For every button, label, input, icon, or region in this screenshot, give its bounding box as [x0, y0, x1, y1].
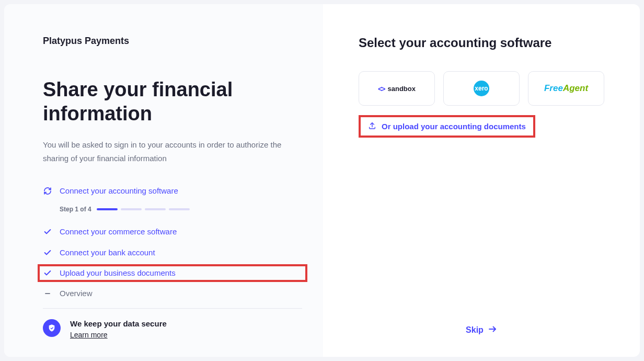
xero-logo: xero [474, 81, 489, 96]
step-connect-accounting[interactable]: Connect your accounting software [43, 180, 302, 201]
minus-icon [43, 289, 52, 298]
sandbox-label: sandbox [388, 85, 416, 93]
freeagent-agent: Agent [563, 83, 588, 93]
steps-list: Connect your accounting software Step 1 … [43, 180, 302, 304]
step-progress: Step 1 of 4 [43, 201, 302, 221]
upload-icon [368, 121, 376, 131]
progress-bar-4 [169, 208, 190, 210]
step-connect-bank[interactable]: Connect your bank account [43, 242, 302, 263]
learn-more-link[interactable]: Learn more [70, 331, 108, 339]
progress-bar-3 [145, 208, 166, 210]
left-panel: Platypus Payments Share your financial i… [4, 4, 323, 357]
step-overview[interactable]: Overview [43, 283, 302, 304]
step-connect-commerce[interactable]: Connect your commerce software [43, 221, 302, 242]
software-card-xero[interactable]: xero [443, 71, 520, 106]
spacer [359, 138, 604, 324]
progress-bar-1 [97, 208, 118, 210]
step-label: Upload your business documents [60, 268, 176, 277]
arrow-right-icon [488, 324, 497, 336]
right-panel: Select your accounting software < > sand… [323, 4, 640, 357]
xero-label: xero [475, 85, 488, 92]
step-label: Connect your accounting software [60, 186, 178, 195]
sandbox-glyph-icon: < > [378, 84, 384, 93]
progress-bar-2 [121, 208, 142, 210]
upload-label: Or upload your accounting documents [382, 122, 526, 131]
right-heading: Select your accounting software [359, 36, 604, 50]
progress-bars [97, 208, 190, 210]
secure-title: We keep your data secure [70, 319, 167, 328]
skip-button[interactable]: Skip [359, 324, 604, 341]
step-label: Overview [60, 289, 93, 298]
page-heading: Share your financial information [43, 78, 302, 126]
secure-text: We keep your data secure Learn more [70, 319, 167, 340]
software-card-freeagent[interactable]: FreeAgent [528, 71, 604, 106]
sandbox-logo: < > sandbox [378, 84, 416, 93]
skip-label: Skip [466, 325, 484, 335]
shield-icon [43, 319, 61, 337]
upload-documents-link[interactable]: Or upload your accounting documents [359, 115, 535, 138]
step-upload-documents[interactable]: Upload your business documents [38, 264, 307, 282]
secure-row: We keep your data secure Learn more [43, 319, 302, 340]
freeagent-free: Free [544, 83, 563, 93]
software-grid: < > sandbox xero FreeAgent [359, 71, 604, 106]
page-subtext: You will be asked to sign in to your acc… [43, 138, 294, 166]
check-icon [43, 268, 52, 278]
check-icon [43, 248, 52, 257]
step-label: Connect your bank account [60, 248, 155, 257]
check-icon [43, 227, 52, 236]
page-container: Platypus Payments Share your financial i… [4, 4, 640, 357]
progress-label: Step 1 of 4 [60, 206, 91, 213]
step-label: Connect your commerce software [60, 227, 177, 236]
freeagent-logo: FreeAgent [544, 83, 588, 94]
software-card-sandbox[interactable]: < > sandbox [359, 71, 435, 106]
divider [43, 308, 302, 309]
brand-name: Platypus Payments [43, 36, 302, 47]
refresh-icon [43, 186, 52, 196]
